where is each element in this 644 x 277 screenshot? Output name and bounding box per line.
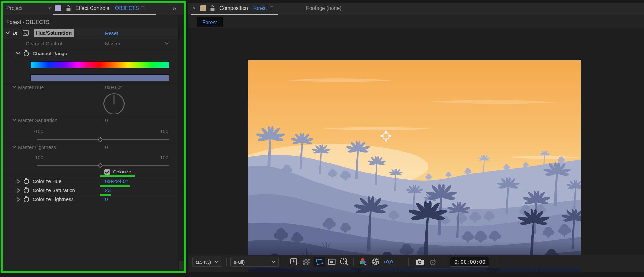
active-tab-underline bbox=[191, 14, 278, 15]
tabbar-divider bbox=[163, 5, 163, 13]
hue-spectrum-bar[interactable] bbox=[30, 61, 169, 68]
breadcrumb: Forest · OBJECTS bbox=[6, 19, 49, 25]
chevron-right-icon[interactable] bbox=[17, 197, 20, 201]
stopwatch-icon[interactable] bbox=[23, 177, 30, 186]
effect-controls-tabbar: Project × Effect Controls OBJECTS ≡ » bbox=[3, 3, 184, 15]
active-tab-underline bbox=[53, 14, 156, 15]
exposure-offset-value[interactable]: +0,0 bbox=[383, 259, 393, 265]
saturation-slider-handle[interactable] bbox=[98, 137, 102, 142]
magnification-value: (154%) bbox=[196, 259, 211, 265]
colorize-label: Colorize bbox=[113, 169, 131, 175]
resolution-value: (Full) bbox=[234, 259, 245, 265]
lightness-slider-track[interactable] bbox=[37, 165, 169, 166]
viewer-toolbar: (154%) (Full) bbox=[188, 255, 644, 268]
show-channel-button[interactable] bbox=[357, 257, 369, 267]
colorize-checkbox[interactable] bbox=[104, 169, 110, 175]
transparency-grid-button[interactable] bbox=[301, 257, 312, 267]
composition-image bbox=[248, 60, 581, 277]
tab-effect-controls[interactable]: Effect Controls bbox=[75, 5, 109, 11]
param-master-lightness-value[interactable]: 0 bbox=[105, 144, 108, 150]
stopwatch-icon[interactable] bbox=[23, 186, 30, 195]
title-action-safe-button[interactable] bbox=[326, 257, 338, 267]
region-of-interest-button[interactable] bbox=[313, 257, 325, 267]
panel-menu-icon[interactable]: ≡ bbox=[141, 5, 144, 12]
chevron-right-icon[interactable] bbox=[17, 179, 20, 183]
chevron-down-icon[interactable] bbox=[6, 31, 9, 35]
chevron-down-icon[interactable] bbox=[12, 119, 16, 122]
stopwatch-icon[interactable] bbox=[23, 50, 30, 58]
panel-menu-icon[interactable]: ≡ bbox=[270, 5, 273, 12]
grid-and-guide-options-button[interactable] bbox=[339, 257, 350, 267]
chevron-right-icon[interactable] bbox=[17, 188, 20, 192]
exposure-toggle-button[interactable] bbox=[370, 257, 381, 267]
param-channel-range-label: Channel Range bbox=[33, 51, 67, 56]
param-master-saturation-label: Master Saturation bbox=[18, 117, 57, 123]
tab-project[interactable]: Project bbox=[6, 5, 23, 11]
chevron-down-icon[interactable] bbox=[12, 86, 16, 89]
dropdown-chevron-icon[interactable] bbox=[165, 42, 168, 45]
status-strip bbox=[188, 272, 644, 277]
panel-scrollbar[interactable] bbox=[178, 15, 184, 272]
param-master-hue-value[interactable]: 0x+0,0° bbox=[105, 84, 122, 90]
hue-dial[interactable] bbox=[103, 93, 125, 114]
panel-color-swatch bbox=[200, 5, 206, 11]
collapse-panel-icon[interactable]: » bbox=[173, 5, 176, 12]
chevron-down-icon[interactable] bbox=[16, 52, 20, 55]
reset-effect-button[interactable]: Reset bbox=[105, 30, 118, 36]
composition-name-tab[interactable]: Forest bbox=[197, 17, 223, 27]
slider-max-label: 100 bbox=[148, 128, 168, 134]
after-effects-window: Project × Effect Controls OBJECTS ≡ » Fo… bbox=[0, 0, 644, 277]
param-master-saturation-value[interactable]: 0 bbox=[105, 117, 108, 123]
param-master-lightness-label: Master Lightness bbox=[18, 144, 56, 150]
slider-min-label: -100 bbox=[34, 128, 43, 134]
composition-panel: × Composition Forest ≡ Footage (none) Fo… bbox=[188, 3, 644, 272]
param-colorize-lightness-value[interactable]: 0 bbox=[105, 196, 108, 202]
preview-timecode[interactable]: 0:00:00:00 bbox=[450, 257, 489, 267]
close-composition-tab-icon[interactable]: × bbox=[193, 5, 196, 11]
panel-color-swatch bbox=[55, 5, 61, 11]
slider-max-label: 100 bbox=[148, 155, 168, 160]
magnification-dropdown[interactable]: (154%) bbox=[192, 257, 222, 267]
tab-composition-target[interactable]: Forest bbox=[252, 5, 267, 11]
effect-icon bbox=[23, 30, 30, 37]
chevron-down-icon[interactable] bbox=[12, 146, 16, 149]
stopwatch-icon[interactable] bbox=[23, 195, 30, 204]
slider-min-label: -100 bbox=[34, 155, 43, 160]
effect-controls-panel: Project × Effect Controls OBJECTS ≡ » Fo… bbox=[3, 3, 184, 272]
show-snapshot-button[interactable] bbox=[428, 257, 439, 267]
lock-open-icon[interactable] bbox=[66, 5, 71, 13]
param-colorize-saturation-label: Colorize Saturation bbox=[33, 187, 75, 193]
param-channel-control-value[interactable]: Master bbox=[105, 41, 120, 46]
composition-viewer[interactable] bbox=[188, 28, 644, 255]
lightness-slider-handle[interactable] bbox=[98, 163, 102, 168]
colorized-result-bar[interactable] bbox=[30, 74, 169, 81]
param-channel-control-label: Channel Control bbox=[26, 41, 62, 46]
effect-name-selected[interactable]: Hue/Saturation bbox=[34, 29, 74, 37]
tab-footage[interactable]: Footage (none) bbox=[306, 5, 341, 11]
fx-badge[interactable]: fx bbox=[13, 30, 17, 36]
tab-composition[interactable]: Composition bbox=[219, 5, 248, 11]
saturation-slider-track[interactable] bbox=[37, 139, 169, 140]
composition-tabbar: × Composition Forest ≡ Footage (none) bbox=[188, 3, 644, 15]
tab-effect-controls-target[interactable]: OBJECTS bbox=[115, 5, 139, 11]
close-project-tab-icon[interactable]: × bbox=[48, 5, 51, 11]
lock-open-icon[interactable] bbox=[210, 5, 215, 13]
fast-preview-button[interactable] bbox=[288, 257, 300, 267]
timecode-value: 0:00:00:00 bbox=[454, 259, 485, 265]
param-master-hue-label: Master Hue bbox=[18, 84, 44, 90]
param-colorize-hue-label: Colorize Hue bbox=[33, 178, 62, 184]
param-colorize-saturation-value[interactable]: 23 bbox=[105, 187, 111, 193]
resolution-dropdown[interactable]: (Full) bbox=[230, 257, 279, 267]
param-colorize-lightness-label: Colorize Lightness bbox=[33, 196, 74, 202]
composition-name-label: Forest bbox=[202, 20, 217, 25]
param-colorize-hue-value[interactable]: 0x+224,0° bbox=[105, 178, 128, 184]
take-snapshot-button[interactable] bbox=[414, 257, 426, 267]
